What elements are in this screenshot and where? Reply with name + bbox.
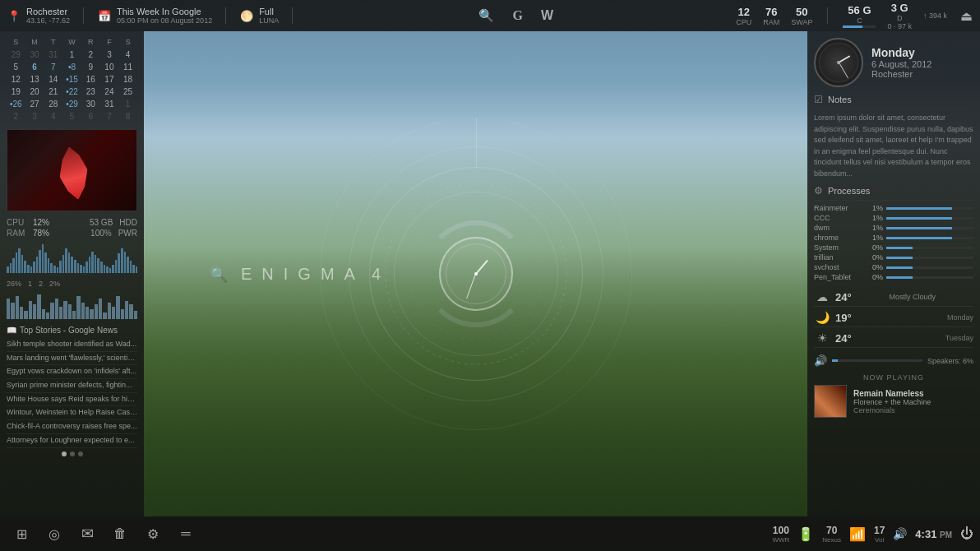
cal-day[interactable]: 31: [100, 98, 119, 110]
carousel-dot-3[interactable]: [78, 451, 83, 456]
cal-day[interactable]: 7: [100, 110, 119, 123]
taskbar-power-icon[interactable]: ⏻: [960, 526, 973, 541]
process-list: Rainmeter 1% CCC 1% dwm 1% chrome 1% Sys: [814, 204, 973, 281]
flower-image: [7, 129, 137, 211]
cal-day[interactable]: •29: [62, 98, 81, 110]
calendar-event-time: 05:00 PM on 08 August 2012: [117, 16, 212, 25]
cal-day[interactable]: 21: [44, 86, 62, 98]
pwr-stat-value: 100%: [90, 229, 112, 238]
start-button[interactable]: ⊞: [7, 519, 36, 549]
cal-day[interactable]: 5: [7, 61, 25, 73]
weather-widget: ☁ 24° Mostly Cloudy 🌙 19° Monday ☀ 24° T…: [814, 288, 973, 348]
cal-day[interactable]: 30: [25, 49, 44, 61]
cal-day[interactable]: •26: [7, 98, 25, 110]
cal-day[interactable]: 25: [118, 86, 137, 98]
volume-stats: 26% 1 2 2%: [7, 280, 137, 288]
cal-hdr-fri: F: [100, 38, 119, 46]
swap-metric: 50 SWAP: [791, 6, 812, 26]
search-button[interactable]: 🔍: [475, 5, 497, 26]
location-name: Rochester: [26, 7, 70, 16]
taskbar-btn-5[interactable]: ⚙: [138, 519, 168, 549]
cal-day[interactable]: 20: [25, 86, 44, 98]
cal-day[interactable]: 17: [100, 73, 119, 86]
cal-day[interactable]: 5: [62, 110, 81, 123]
proc-name: svchost: [814, 263, 862, 271]
hdd-stat-label: HDD: [119, 218, 137, 227]
taskbar-btn-3[interactable]: ✉: [72, 519, 102, 549]
google-button[interactable]: G: [509, 5, 525, 26]
news-item[interactable]: Wintour, Weinstein to Help Raise Cash...: [7, 406, 137, 420]
cal-day[interactable]: 31: [44, 49, 62, 61]
ram-label: RAM: [763, 18, 779, 26]
proc-bar-fill: [886, 276, 913, 279]
wikipedia-button[interactable]: W: [538, 5, 557, 26]
news-item[interactable]: Chick-fil-A controversy raises free spe.…: [7, 420, 137, 434]
cal-day[interactable]: 27: [25, 98, 44, 110]
volume-bar[interactable]: [832, 359, 922, 362]
cal-day[interactable]: 8: [118, 110, 137, 123]
cal-day[interactable]: 3: [100, 49, 119, 61]
cal-day[interactable]: 23: [81, 86, 100, 98]
cal-day[interactable]: 28: [44, 98, 62, 110]
cpu-stat-value: 12%: [33, 218, 49, 227]
cal-day[interactable]: •8: [62, 61, 81, 73]
analog-clock: [814, 38, 863, 87]
proc-name: chrome: [814, 234, 862, 242]
divider-2: [225, 7, 226, 24]
now-playing-label: Now Playing: [863, 373, 924, 382]
cal-day[interactable]: 11: [118, 61, 137, 73]
processes-icon: ⚙: [814, 185, 823, 197]
cal-day[interactable]: 18: [118, 73, 137, 86]
ram-stat-label: RAM: [7, 229, 30, 238]
cal-day[interactable]: 29: [7, 49, 25, 61]
swap-value: 50: [796, 6, 807, 18]
cal-day[interactable]: 10: [100, 61, 119, 73]
news-item[interactable]: Syrian prime minister defects, fightin..…: [7, 379, 137, 393]
cal-day[interactable]: 2: [7, 110, 25, 123]
carousel-dot-1[interactable]: [62, 451, 67, 456]
drive-value: 56 G: [848, 4, 871, 16]
proc-pct: 0%: [865, 253, 883, 262]
cal-day[interactable]: 9: [81, 61, 100, 73]
cal-day[interactable]: •15: [62, 73, 81, 86]
taskbar-battery-icon: 🔋: [797, 526, 814, 542]
cal-day[interactable]: •22: [62, 86, 81, 98]
np-title: Remain Nameless: [853, 389, 973, 398]
carousel-dot-2[interactable]: [70, 451, 75, 456]
news-item[interactable]: Mars landing went 'flawlessly,' scientis…: [7, 352, 137, 366]
taskbar-btn-4[interactable]: 🗑: [105, 519, 135, 549]
cal-day[interactable]: 2: [81, 49, 100, 61]
news-item[interactable]: Sikh temple shooter identified as Wad...: [7, 338, 137, 352]
taskbar-btn-6[interactable]: ═: [171, 519, 201, 549]
eject-icon[interactable]: ⏏: [959, 8, 973, 23]
volume-widget: 🔊 Speakers: 6%: [814, 354, 973, 367]
cal-hdr-mon: M: [25, 38, 44, 46]
cal-day[interactable]: 13: [25, 73, 44, 86]
proc-name: dwm: [814, 224, 862, 232]
cal-day[interactable]: 30: [81, 98, 100, 110]
news-item[interactable]: Attorneys for Loughner expected to e...: [7, 434, 137, 448]
cal-day[interactable]: 1: [118, 98, 137, 110]
news-item[interactable]: Egypt vows crackdown on 'infidels' aft..…: [7, 365, 137, 379]
cal-day[interactable]: 1: [62, 49, 81, 61]
enigma-center: 🔍 ENIGMA 4: [144, 31, 807, 516]
news-item[interactable]: White House says Reid speaks for him...: [7, 393, 137, 407]
cal-day[interactable]: 14: [44, 73, 62, 86]
cal-hdr-sun: S: [7, 38, 25, 46]
cal-day[interactable]: 16: [81, 73, 100, 86]
proc-pct: 0%: [865, 243, 883, 252]
cal-day[interactable]: 4: [44, 110, 62, 123]
cal-day[interactable]: 6: [81, 110, 100, 123]
cal-day[interactable]: 19: [7, 86, 25, 98]
svg-point-1: [410, 208, 542, 340]
cal-day[interactable]: 4: [118, 49, 137, 61]
cal-day[interactable]: 12: [7, 73, 25, 86]
taskbar-btn-2[interactable]: ◎: [39, 519, 69, 549]
cal-day-today[interactable]: 6: [25, 61, 44, 73]
cal-day[interactable]: 24: [100, 86, 119, 98]
calendar-days: 29 30 31 1 2 3 4 5 6 7 •8 9 10 11 12 13 …: [7, 49, 137, 123]
cal-day[interactable]: 3: [25, 110, 44, 123]
cal-day[interactable]: 7: [44, 61, 62, 73]
weather-day: Tuesday: [941, 334, 973, 342]
left-panel: S M T W R F S 29 30 31 1 2 3 4 5 6 7 •8 …: [0, 31, 144, 516]
